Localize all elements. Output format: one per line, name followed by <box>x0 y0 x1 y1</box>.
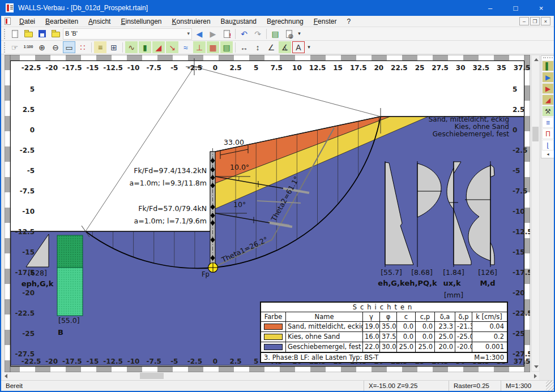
undo-icon[interactable]: ↶ <box>238 28 250 40</box>
more-options-icon[interactable]: ▾ <box>296 28 302 40</box>
reinforcement-view-icon[interactable]: Π <box>542 128 554 139</box>
layers-icon[interactable]: ≡ <box>94 41 106 53</box>
report-icon[interactable]: ▤ <box>269 28 281 40</box>
slope-angle-icon[interactable]: ∡ <box>279 41 291 53</box>
menu-bearbeiten[interactable]: Bearbeiten <box>40 16 83 27</box>
child-close-button[interactable]: × <box>541 17 550 25</box>
table-header-cell: δ,a <box>435 312 455 321</box>
rotate-icon[interactable]: ∠ <box>265 41 278 53</box>
dim-horizontal-icon[interactable]: ↔ <box>238 41 250 53</box>
svg-text:22.5: 22.5 <box>391 64 408 72</box>
scroll-left-icon[interactable] <box>5 374 7 378</box>
layer-label-kies: Kies, ohne Sand <box>455 123 509 131</box>
uxk-value: [1.84] <box>443 268 464 277</box>
dim-vertical-icon[interactable]: ↕ <box>251 41 264 53</box>
terrain-icon[interactable]: ∿ <box>125 41 138 53</box>
scroll-up-icon[interactable] <box>534 58 539 61</box>
zoom-scale-1-100-icon[interactable]: 1:100 <box>22 41 35 53</box>
view-combo[interactable]: B 'B'▾ <box>63 28 192 40</box>
earth-pressure-view-icon[interactable]: ▌ <box>542 61 554 71</box>
vertical-scrollbar[interactable] <box>531 55 540 372</box>
page-back-icon[interactable]: ◀ <box>193 28 206 40</box>
redo-icon[interactable]: ↷ <box>251 28 264 40</box>
text-label-icon[interactable]: A <box>292 41 305 53</box>
layer-value: -21.3 <box>455 322 472 331</box>
menu-einstellungen[interactable]: Einstellungen <box>116 16 166 27</box>
toolbar-grip[interactable] <box>4 29 6 39</box>
svg-text:-12.5: -12.5 <box>15 228 35 236</box>
eph-value: [628] <box>28 269 47 277</box>
new-document-icon[interactable] <box>8 28 21 40</box>
svg-text:37.5: 37.5 <box>514 357 530 365</box>
close-button[interactable]: × <box>528 0 554 16</box>
svg-text:-25: -25 <box>513 330 525 338</box>
support-icon[interactable]: ▦ <box>207 41 219 53</box>
layer-value: 0.0 <box>416 332 435 342</box>
svg-text:-7.5: -7.5 <box>513 187 527 195</box>
groundwater-icon[interactable]: ≈ <box>180 41 192 53</box>
chevron-down-icon[interactable]: ▾ <box>187 31 190 36</box>
collapse-icon[interactable]: ◂ <box>542 151 554 157</box>
child-minimize-button[interactable]: – <box>519 17 529 25</box>
svg-text:-27.5: -27.5 <box>513 350 530 358</box>
load-icon[interactable]: ⊥ <box>193 41 206 53</box>
horizontal-scrollbar[interactable] <box>2 372 539 380</box>
horizontal-scroll-thumb[interactable] <box>140 373 164 379</box>
zoom-raster-icon[interactable]: ∷ <box>76 41 89 53</box>
vertical-scroll-thumb[interactable] <box>532 127 539 141</box>
excavation-icon[interactable]: ◢ <box>152 41 165 53</box>
side-toolbar: ▌▶▶◢⚒≡Π⌊◂ <box>541 55 555 158</box>
more-tools-icon[interactable]: ▾ <box>306 41 312 53</box>
open-project-icon[interactable] <box>22 28 35 40</box>
resize-grip[interactable] <box>546 381 554 391</box>
menu-datei[interactable]: Datei <box>14 16 40 27</box>
svg-text:-15: -15 <box>513 248 525 256</box>
layer-value: 0.0 <box>397 322 416 331</box>
zoom-out-icon[interactable]: ⊖ <box>49 41 62 53</box>
layer-value: -20.0 <box>455 342 472 352</box>
menu-ansicht[interactable]: Ansicht <box>83 16 116 27</box>
svg-text:-20: -20 <box>45 357 58 365</box>
svg-text:-5: -5 <box>513 167 520 175</box>
project-window-icon[interactable]: ⊞ <box>108 41 120 53</box>
menu-[interactable]: ? <box>341 16 356 27</box>
water-pressure-view-icon[interactable]: ▶ <box>542 72 554 83</box>
results-report-icon[interactable]: ≡ <box>542 117 554 128</box>
document-icon[interactable] <box>5 18 11 25</box>
open-drawing-icon[interactable] <box>49 28 62 40</box>
side-toolbar-grip[interactable] <box>543 57 553 59</box>
minimize-button[interactable]: – <box>477 0 503 16</box>
menu-konstruieren[interactable]: Konstruieren <box>167 16 216 27</box>
anchor-icon[interactable]: ↘ <box>166 41 178 53</box>
menu-bauzustand[interactable]: Bauzustand <box>216 16 262 27</box>
svg-text:37.5: 37.5 <box>514 64 530 72</box>
child-restore-button[interactable]: ❐ <box>530 17 540 25</box>
anchor2-force-label: Fk/Fd=57.0/79.4kN <box>138 204 207 213</box>
page-forward-icon[interactable]: ▶ <box>207 28 219 40</box>
menu-berechnung[interactable]: Berechnung <box>262 16 309 27</box>
menu-fenster[interactable]: Fenster <box>309 16 342 27</box>
construction-stages-icon[interactable]: ⌊ <box>542 140 554 150</box>
scroll-right-icon[interactable] <box>534 374 537 378</box>
zoom-in-icon[interactable]: ⊕ <box>36 41 48 53</box>
print-preview-icon[interactable]: ◎ <box>283 28 295 40</box>
zoom-window-icon[interactable]: ▭ <box>63 41 75 53</box>
recalc-page-icon[interactable]: ! <box>220 28 233 40</box>
svg-text:17.5: 17.5 <box>350 64 367 72</box>
svg-text:0: 0 <box>213 64 217 72</box>
scroll-down-icon[interactable] <box>534 365 539 368</box>
svg-text:20: 20 <box>374 64 383 72</box>
tools-icon[interactable]: ⚒ <box>542 106 554 117</box>
save-icon[interactable] <box>36 28 48 40</box>
berm-icon[interactable]: ▤ <box>220 41 233 53</box>
resultant-view-icon[interactable]: ◢ <box>542 94 554 105</box>
anchor1-force-label: Fk/Fd=97.4/134.2kN <box>134 166 207 175</box>
maximize-button[interactable]: □ <box>503 0 528 16</box>
phase-info: 3. Phase:B LF: alle Lasten Typ: BS-T <box>264 354 378 361</box>
pan-icon[interactable]: ☞ <box>8 41 21 53</box>
table-row: Kies, ohne Sand16.037.50.00.025.0-25.00.… <box>261 332 507 342</box>
layer-value: -25.0 <box>455 332 472 342</box>
pressure-view-icon[interactable]: ▶ <box>542 83 554 94</box>
wall-icon[interactable]: ▮ <box>139 41 151 53</box>
toolbar-grip[interactable] <box>4 42 6 53</box>
